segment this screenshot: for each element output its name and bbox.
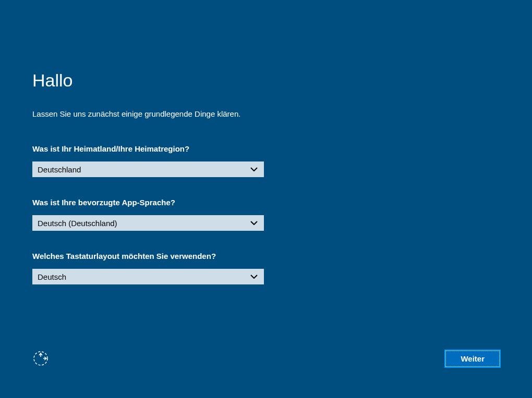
footer: Weiter <box>0 350 532 367</box>
ease-of-access-icon[interactable] <box>32 350 49 367</box>
region-label: Was ist Ihr Heimatland/Ihre Heimatregion… <box>32 144 500 153</box>
region-value: Deutschland <box>38 165 81 174</box>
region-dropdown[interactable]: Deutschland <box>32 161 264 177</box>
main-content: Hallo Lassen Sie uns zunächst einige gru… <box>0 0 532 284</box>
keyboard-label: Welches Tastaturlayout möchten Sie verwe… <box>32 252 500 260</box>
keyboard-field-group: Welches Tastaturlayout möchten Sie verwe… <box>32 252 500 284</box>
next-button[interactable]: Weiter <box>445 351 500 367</box>
keyboard-value: Deutsch <box>38 272 66 281</box>
region-field-group: Was ist Ihr Heimatland/Ihre Heimatregion… <box>32 144 500 177</box>
page-title: Hallo <box>32 70 500 91</box>
language-label: Was ist Ihre bevorzugte App-Sprache? <box>32 198 500 207</box>
chevron-down-icon <box>250 166 258 173</box>
keyboard-dropdown[interactable]: Deutsch <box>32 269 264 284</box>
page-subtitle: Lassen Sie uns zunächst einige grundlege… <box>32 109 500 118</box>
chevron-down-icon <box>250 273 258 280</box>
language-dropdown[interactable]: Deutsch (Deutschland) <box>32 215 264 231</box>
language-field-group: Was ist Ihre bevorzugte App-Sprache? Deu… <box>32 198 500 231</box>
language-value: Deutsch (Deutschland) <box>38 219 117 228</box>
chevron-down-icon <box>250 219 258 227</box>
